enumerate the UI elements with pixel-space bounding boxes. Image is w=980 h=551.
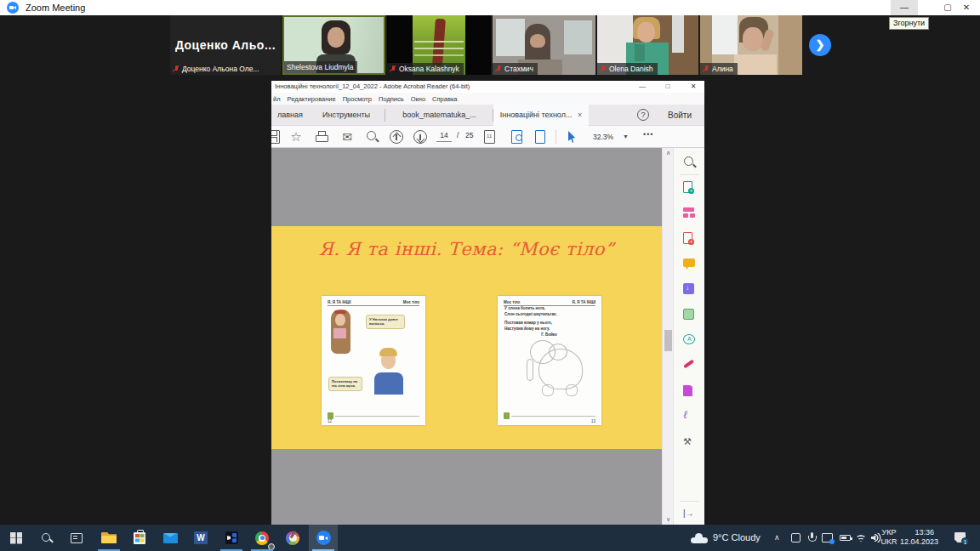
help-icon[interactable]: ? — [637, 109, 649, 121]
tab-book-matematuka[interactable]: book_matematuka_... — [387, 105, 492, 126]
poem-text: У слона болить нога, Слон сьогодні шкути… — [504, 306, 557, 338]
select-cursor-icon[interactable] — [568, 131, 577, 143]
language-indicator[interactable]: УКР UKR — [880, 528, 897, 547]
task-view-button[interactable] — [62, 525, 91, 551]
sidebar-export-pdf-icon[interactable]: + — [683, 232, 692, 244]
sidebar-create-pdf-icon[interactable]: + — [683, 181, 692, 193]
zoom-minimize-button[interactable]: — — [891, 0, 918, 15]
participant-body-shade — [635, 44, 645, 61]
sidebar-more-tools-icon[interactable]: ⚒ — [683, 436, 696, 449]
mic-muted-icon — [600, 65, 607, 73]
notification-center[interactable]: 1 — [954, 532, 966, 542]
tray-battery-icon[interactable] — [837, 525, 852, 551]
book-page-right: Моє тіло Я. Я ТА ІНШІ У слона болить ног… — [498, 296, 601, 425]
tab-innovatsiini-active[interactable]: Інноваційні технол... × — [493, 105, 589, 126]
tray-network-icon[interactable] — [853, 525, 869, 551]
footer-rule — [335, 416, 419, 419]
taskbar-mail[interactable] — [156, 525, 185, 551]
acrobat-window-title: Інноваційні технології_12_04_2022 - Adob… — [275, 81, 470, 93]
tray-app-icon[interactable] — [788, 525, 803, 551]
taskbar-paint[interactable] — [278, 525, 307, 551]
page-number-input[interactable]: 14 — [436, 131, 452, 142]
taskbar-file-explorer[interactable] — [94, 525, 123, 551]
tray-chevron-icon[interactable]: ∧ — [774, 525, 780, 551]
page-total: 25 — [465, 131, 473, 139]
acrobat-close-button[interactable]: ✕ — [683, 81, 704, 93]
taskbar: W 9°C Cloudy ∧ УКР UKR 13:36 12.04.2023 … — [0, 525, 980, 551]
video-tile-stakhmych[interactable]: Стахмич — [493, 15, 595, 75]
mic-muted-icon — [390, 65, 396, 73]
tab-tools[interactable]: Инструменты — [312, 105, 380, 126]
page-down-icon[interactable] — [413, 130, 427, 144]
menu-file[interactable]: йл — [273, 95, 281, 103]
video-tile-dotsenko[interactable]: Доценко Альо... Доценко Альона Оле... — [170, 15, 281, 75]
sidebar-protect-icon[interactable] — [683, 334, 695, 344]
tray-mic-icon[interactable] — [804, 525, 819, 551]
book-page-left-footer — [328, 412, 419, 419]
book-page-right-footer — [504, 412, 595, 419]
video-tile-olena[interactable]: Olena Danish — [597, 15, 698, 75]
video-tile-oksana[interactable]: Oksana Kalashnyk — [387, 15, 491, 75]
create-pdf-icon[interactable] — [535, 130, 545, 144]
tab-home[interactable]: лавная — [271, 105, 309, 126]
save-icon[interactable] — [271, 130, 280, 144]
tab-close-icon[interactable]: × — [578, 111, 582, 119]
sidebar-sign-icon[interactable]: ℓ — [683, 408, 696, 421]
sidebar-combine-files-icon[interactable] — [683, 207, 696, 219]
menu-window[interactable]: Окно — [411, 95, 425, 103]
video-tile-alina[interactable]: Алина — [700, 15, 802, 75]
menu-help[interactable]: Справка — [432, 95, 457, 103]
zoom-caret-icon[interactable]: ▼ — [623, 130, 629, 144]
participant-label: Oksana Kalashnyk — [387, 63, 464, 75]
toolbar-separator — [556, 130, 556, 144]
tray-display-icon[interactable] — [819, 525, 835, 551]
taskbar-zoom[interactable] — [309, 525, 338, 551]
word-icon: W — [194, 531, 208, 544]
search-icon[interactable] — [366, 130, 379, 144]
acrobat-minimize-button[interactable]: — — [632, 81, 652, 93]
speech-bubble-2: Потихеньку на ніс сіла муха. — [328, 377, 362, 391]
zoom-close-button[interactable]: ✕ — [953, 0, 980, 15]
scrollbar-thumb[interactable] — [664, 330, 672, 351]
clock[interactable]: 13:36 12.04.2023 — [900, 528, 934, 547]
sidebar-edit-pdf-icon[interactable] — [683, 385, 692, 396]
menu-view[interactable]: Просмотр — [343, 95, 372, 103]
acrobat-maximize-button[interactable]: □ — [658, 81, 678, 93]
sidebar-scan-ocr-icon[interactable] — [683, 309, 694, 320]
sidebar-expand-icon[interactable]: |→ — [683, 508, 694, 518]
zoom-level-value[interactable]: 32.3% — [593, 130, 613, 144]
page-separator: / — [457, 131, 459, 139]
page-up-icon[interactable] — [390, 130, 403, 144]
next-participants-button[interactable]: ❯ — [809, 34, 831, 56]
mail-icon[interactable]: ✉ — [340, 130, 354, 144]
taskbar-word[interactable]: W — [186, 525, 215, 551]
page-thumbnail-icon[interactable] — [484, 130, 495, 144]
weather-icon[interactable] — [691, 533, 708, 543]
star-icon[interactable]: ☆ — [289, 130, 303, 144]
slide-title: Я. Я та інші. Тема: “Моє тіло” — [271, 239, 662, 259]
video-window — [712, 15, 738, 54]
weather-text[interactable]: 9°C Cloudy — [713, 525, 761, 551]
minimize-tooltip: Згорнути — [889, 17, 929, 30]
print-icon[interactable] — [315, 130, 328, 144]
taskbar-dark-app[interactable] — [217, 525, 246, 551]
export-pdf-icon[interactable] — [511, 130, 522, 144]
vertical-scrollbar[interactable]: ∧ ∨ — [662, 148, 673, 525]
taskbar-chrome[interactable] — [248, 525, 276, 551]
sidebar-organize-pages-icon[interactable] — [683, 283, 694, 294]
menu-sign[interactable]: Подпись — [379, 95, 404, 103]
signin-button[interactable]: Войти — [658, 105, 701, 126]
menu-edit[interactable]: Редактирование — [288, 95, 336, 103]
taskbar-store[interactable] — [125, 525, 154, 551]
sidebar-search-icon[interactable] — [683, 156, 696, 168]
dark-app-icon — [225, 531, 238, 544]
taskbar-search-button[interactable] — [32, 525, 61, 551]
video-tile-shelestova[interactable]: Shelestova Liudmyla — [282, 15, 385, 75]
start-button[interactable] — [2, 525, 31, 551]
windows-logo-icon — [10, 532, 22, 544]
more-tools-icon[interactable]: ••• — [643, 130, 653, 139]
footer-rule — [511, 416, 595, 419]
sidebar-comment-icon[interactable] — [683, 258, 695, 267]
book-page-left: Я. Я ТА ІНШІ Моє тіло У Наталки довге во… — [322, 296, 425, 425]
sidebar-fill-sign-icon[interactable] — [683, 360, 694, 368]
